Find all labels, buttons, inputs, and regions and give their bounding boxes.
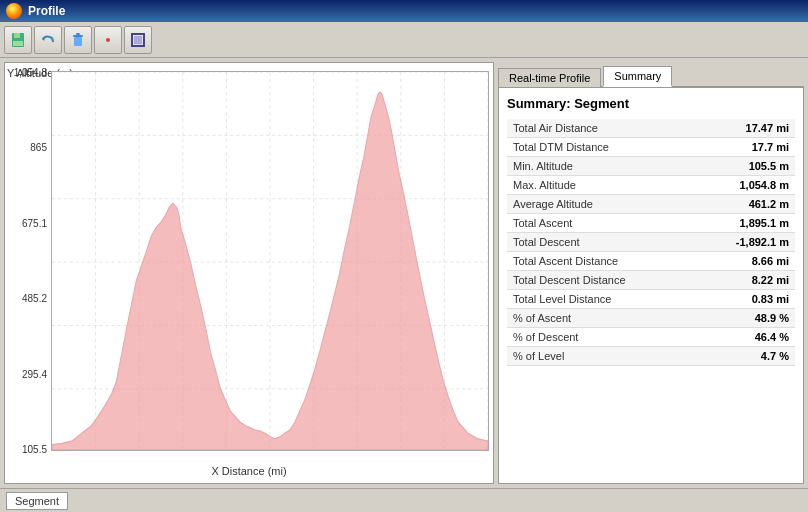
row-label: Average Altitude bbox=[507, 195, 680, 214]
row-label: Total Air Distance bbox=[507, 119, 680, 138]
row-value: 1,895.1 m bbox=[680, 214, 795, 233]
table-row: Total DTM Distance17.7 mi bbox=[507, 138, 795, 157]
y-ticks: 1,054.8 865 675.1 485.2 295.4 105.5 bbox=[11, 67, 47, 455]
row-value: 17.47 mi bbox=[680, 119, 795, 138]
status-bar: Segment bbox=[0, 488, 808, 512]
y-tick-6: 1,054.8 bbox=[11, 67, 47, 78]
row-label: Total Descent bbox=[507, 233, 680, 252]
table-row: % of Descent46.4 % bbox=[507, 328, 795, 347]
table-row: Total Ascent Distance8.66 mi bbox=[507, 252, 795, 271]
y-tick-2: 295.4 bbox=[11, 369, 47, 380]
table-row: Min. Altitude105.5 m bbox=[507, 157, 795, 176]
tab-summary[interactable]: Summary bbox=[603, 66, 672, 87]
summary-panel: Summary: Segment Total Air Distance17.47… bbox=[498, 88, 804, 484]
window-button[interactable] bbox=[124, 26, 152, 54]
summary-title: Summary: Segment bbox=[507, 96, 795, 111]
row-label: Total Ascent Distance bbox=[507, 252, 680, 271]
table-row: Total Air Distance17.47 mi bbox=[507, 119, 795, 138]
toolbar bbox=[0, 22, 808, 58]
row-label: Total Descent Distance bbox=[507, 271, 680, 290]
svg-rect-6 bbox=[76, 33, 80, 35]
summary-table: Total Air Distance17.47 miTotal DTM Dist… bbox=[507, 119, 795, 366]
row-label: Total Level Distance bbox=[507, 290, 680, 309]
row-label: % of Ascent bbox=[507, 309, 680, 328]
row-value: 8.66 mi bbox=[680, 252, 795, 271]
save-button[interactable] bbox=[4, 26, 32, 54]
title-bar-text: Profile bbox=[28, 4, 65, 18]
delete-button[interactable] bbox=[64, 26, 92, 54]
table-row: % of Level4.7 % bbox=[507, 347, 795, 366]
row-value: 48.9 % bbox=[680, 309, 795, 328]
row-value: 105.5 m bbox=[680, 157, 795, 176]
table-row: Average Altitude461.2 m bbox=[507, 195, 795, 214]
main-content: Y Altitude (m) 1,054.8 865 675.1 485.2 2… bbox=[0, 58, 808, 488]
row-label: Total Ascent bbox=[507, 214, 680, 233]
title-bar: Profile bbox=[0, 0, 808, 22]
svg-rect-4 bbox=[74, 37, 82, 46]
table-row: Total Descent Distance8.22 mi bbox=[507, 271, 795, 290]
chart-container: 0 1.75 3.49 5.24 6.99 8.73 10.48 12.23 1… bbox=[51, 71, 489, 451]
row-value: 17.7 mi bbox=[680, 138, 795, 157]
right-panel: Real-time Profile Summary Summary: Segme… bbox=[498, 62, 804, 484]
svg-rect-10 bbox=[134, 36, 142, 44]
row-value: 8.22 mi bbox=[680, 271, 795, 290]
row-label: Min. Altitude bbox=[507, 157, 680, 176]
row-label: Max. Altitude bbox=[507, 176, 680, 195]
row-value: 461.2 m bbox=[680, 195, 795, 214]
row-value: -1,892.1 m bbox=[680, 233, 795, 252]
row-label: % of Level bbox=[507, 347, 680, 366]
status-segment: Segment bbox=[6, 492, 68, 510]
row-label: Total DTM Distance bbox=[507, 138, 680, 157]
table-row: Total Descent-1,892.1 m bbox=[507, 233, 795, 252]
edit-button[interactable] bbox=[94, 26, 122, 54]
svg-point-8 bbox=[106, 38, 110, 42]
y-tick-5: 865 bbox=[11, 142, 47, 153]
y-tick-3: 485.2 bbox=[11, 293, 47, 304]
table-row: Total Level Distance0.83 mi bbox=[507, 290, 795, 309]
x-axis-label: X Distance (mi) bbox=[211, 465, 286, 477]
svg-rect-2 bbox=[13, 41, 23, 46]
table-row: Total Ascent1,895.1 m bbox=[507, 214, 795, 233]
chart-area: Y Altitude (m) 1,054.8 865 675.1 485.2 2… bbox=[4, 62, 494, 484]
y-tick-4: 675.1 bbox=[11, 218, 47, 229]
row-value: 1,054.8 m bbox=[680, 176, 795, 195]
svg-rect-1 bbox=[14, 33, 20, 38]
row-value: 46.4 % bbox=[680, 328, 795, 347]
row-value: 0.83 mi bbox=[680, 290, 795, 309]
svg-rect-5 bbox=[73, 35, 83, 37]
table-row: Max. Altitude1,054.8 m bbox=[507, 176, 795, 195]
y-tick-1: 105.5 bbox=[11, 444, 47, 455]
table-row: % of Ascent48.9 % bbox=[507, 309, 795, 328]
undo-button[interactable] bbox=[34, 26, 62, 54]
app-icon bbox=[6, 3, 22, 19]
tabs: Real-time Profile Summary bbox=[498, 62, 804, 88]
tab-realtime[interactable]: Real-time Profile bbox=[498, 68, 601, 87]
chart-svg: 0 1.75 3.49 5.24 6.99 8.73 10.48 12.23 1… bbox=[52, 72, 488, 450]
row-label: % of Descent bbox=[507, 328, 680, 347]
row-value: 4.7 % bbox=[680, 347, 795, 366]
